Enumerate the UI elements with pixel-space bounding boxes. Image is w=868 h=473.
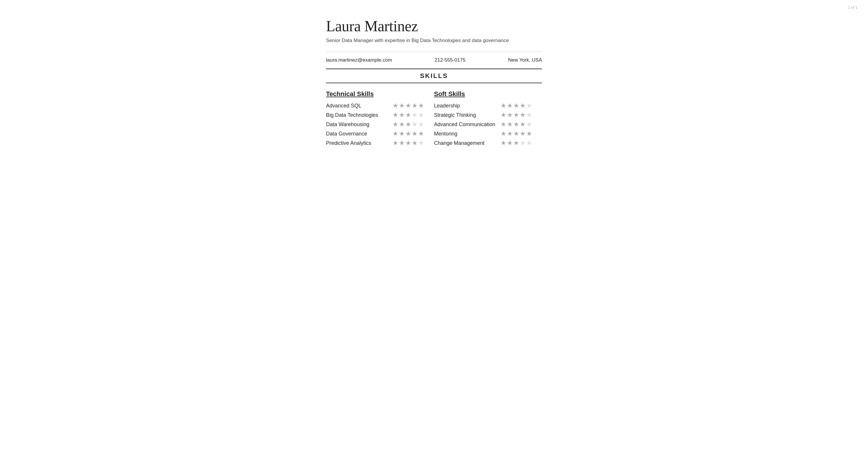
- page-counter: 1 of 1: [848, 5, 858, 10]
- skill-stars: ★★★★★: [500, 121, 532, 127]
- contact-email: laura.martinez@example.com: [326, 57, 392, 63]
- skill-name: Big Data Technologies: [326, 112, 390, 118]
- star-filled: ★: [507, 121, 513, 127]
- skills-section: SKILLS Technical Skills Advanced SQL ★★★…: [326, 69, 542, 149]
- star-filled: ★: [514, 130, 519, 137]
- skill-name: Strategic Thinking: [434, 112, 498, 118]
- star-empty: ★: [412, 121, 417, 127]
- soft-skill-row: Strategic Thinking ★★★★★: [434, 112, 542, 118]
- technical-skills-list: Advanced SQL ★★★★★ Big Data Technologies…: [326, 102, 434, 146]
- star-filled: ★: [507, 140, 513, 146]
- skill-name: Leadership: [434, 103, 498, 109]
- soft-skills-list: Leadership ★★★★★ Strategic Thinking ★★★★…: [434, 102, 542, 146]
- star-filled: ★: [520, 112, 526, 118]
- star-filled: ★: [399, 102, 405, 109]
- star-filled: ★: [399, 121, 405, 127]
- soft-skills-heading: Soft Skills: [434, 90, 542, 98]
- star-filled: ★: [514, 102, 519, 109]
- skill-stars: ★★★★★: [500, 102, 532, 109]
- skill-stars: ★★★★★: [500, 140, 532, 146]
- star-filled: ★: [393, 102, 398, 109]
- star-empty: ★: [526, 112, 532, 118]
- skill-name: Predictive Analytics: [326, 140, 390, 146]
- soft-skill-row: Advanced Communication ★★★★★: [434, 121, 542, 127]
- star-filled: ★: [507, 102, 513, 109]
- technical-skill-row: Big Data Technologies ★★★★★: [326, 112, 434, 118]
- skill-stars: ★★★★★: [393, 130, 424, 137]
- soft-skills-col: Soft Skills Leadership ★★★★★ Strategic T…: [434, 90, 542, 149]
- star-empty: ★: [412, 112, 417, 118]
- skill-stars: ★★★★★: [500, 130, 532, 137]
- star-filled: ★: [526, 130, 532, 137]
- technical-skills-col: Technical Skills Advanced SQL ★★★★★ Big …: [326, 90, 434, 149]
- skills-title: SKILLS: [326, 72, 542, 80]
- technical-skill-row: Predictive Analytics ★★★★★: [326, 140, 434, 146]
- candidate-name: Laura Martinez: [326, 18, 542, 35]
- star-filled: ★: [405, 130, 411, 137]
- star-filled: ★: [520, 130, 526, 137]
- star-empty: ★: [526, 121, 532, 127]
- star-filled: ★: [418, 102, 424, 109]
- star-filled: ★: [412, 140, 417, 146]
- star-filled: ★: [393, 121, 398, 127]
- soft-skill-row: Mentoring ★★★★★: [434, 130, 542, 137]
- resume-container: Laura Martinez Senior Data Manager with …: [303, 0, 565, 167]
- skill-name: Advanced SQL: [326, 103, 390, 109]
- star-filled: ★: [393, 130, 398, 137]
- skills-header: SKILLS: [326, 69, 542, 83]
- star-empty: ★: [418, 112, 424, 118]
- skill-name: Mentoring: [434, 131, 498, 137]
- skill-stars: ★★★★★: [393, 112, 424, 118]
- star-filled: ★: [514, 112, 519, 118]
- star-filled: ★: [500, 130, 506, 137]
- soft-skill-row: Leadership ★★★★★: [434, 102, 542, 109]
- star-empty: ★: [520, 140, 526, 146]
- star-filled: ★: [520, 121, 526, 127]
- candidate-subtitle: Senior Data Manager with expertise in Bi…: [326, 38, 542, 43]
- contact-section: laura.martinez@example.com 212-555-0175 …: [326, 52, 542, 69]
- technical-skill-row: Advanced SQL ★★★★★: [326, 102, 434, 109]
- star-filled: ★: [393, 112, 398, 118]
- skill-name: Data Governance: [326, 131, 390, 137]
- star-filled: ★: [393, 140, 398, 146]
- skill-name: Data Warehousing: [326, 121, 390, 127]
- skill-stars: ★★★★★: [500, 112, 532, 118]
- technical-skill-row: Data Warehousing ★★★★★: [326, 121, 434, 127]
- star-filled: ★: [412, 102, 417, 109]
- technical-skill-row: Data Governance ★★★★★: [326, 130, 434, 137]
- star-filled: ★: [412, 130, 417, 137]
- contact-location: New York, USA: [508, 57, 542, 63]
- star-filled: ★: [399, 112, 405, 118]
- star-filled: ★: [405, 140, 411, 146]
- star-empty: ★: [418, 140, 424, 146]
- star-filled: ★: [405, 121, 411, 127]
- star-filled: ★: [507, 130, 513, 137]
- star-filled: ★: [514, 121, 519, 127]
- skill-name: Advanced Communication: [434, 121, 498, 127]
- skill-name: Change Management: [434, 140, 498, 146]
- technical-skills-heading: Technical Skills: [326, 90, 434, 98]
- star-filled: ★: [418, 130, 424, 137]
- skill-stars: ★★★★★: [393, 121, 424, 127]
- star-filled: ★: [507, 112, 513, 118]
- star-filled: ★: [405, 112, 411, 118]
- star-filled: ★: [405, 102, 411, 109]
- star-filled: ★: [514, 140, 519, 146]
- star-filled: ★: [500, 112, 506, 118]
- skills-columns: Technical Skills Advanced SQL ★★★★★ Big …: [326, 90, 542, 149]
- star-filled: ★: [520, 102, 526, 109]
- star-empty: ★: [418, 121, 424, 127]
- skill-stars: ★★★★★: [393, 102, 424, 109]
- star-filled: ★: [399, 130, 405, 137]
- star-filled: ★: [399, 140, 405, 146]
- contact-phone: 212-555-0175: [435, 57, 466, 63]
- star-empty: ★: [526, 140, 532, 146]
- skill-stars: ★★★★★: [393, 140, 424, 146]
- soft-skill-row: Change Management ★★★★★: [434, 140, 542, 146]
- star-empty: ★: [526, 102, 532, 109]
- star-filled: ★: [500, 140, 506, 146]
- star-filled: ★: [500, 121, 506, 127]
- star-filled: ★: [500, 102, 506, 109]
